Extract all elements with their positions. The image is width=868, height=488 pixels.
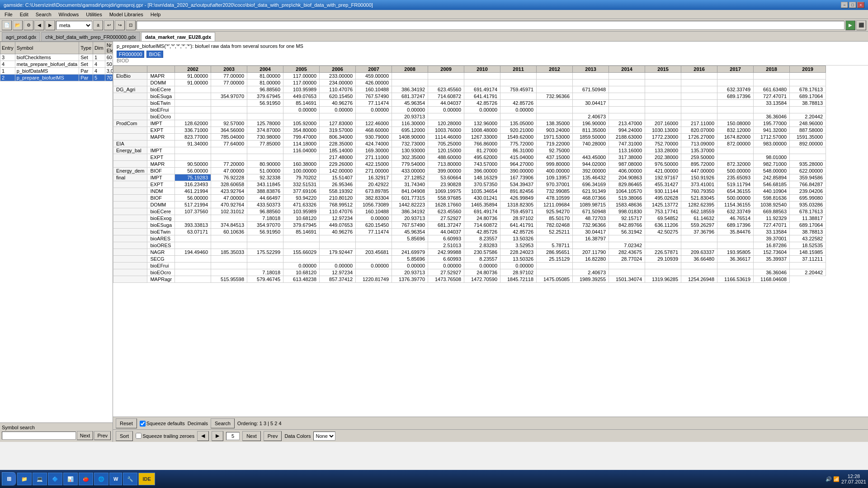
toolbar-combo[interactable]: meta bbox=[56, 21, 92, 30]
page-prev-icon[interactable]: ◀ bbox=[197, 431, 209, 441]
cell-value bbox=[500, 73, 537, 80]
toolbar-run[interactable]: ▶ bbox=[845, 20, 855, 30]
cell-group: ProdCom bbox=[113, 120, 147, 127]
cell-value: 135.37000 bbox=[681, 147, 717, 154]
cell-value: 519.11794 bbox=[717, 181, 754, 188]
toolbar-forward[interactable]: ▶ bbox=[45, 20, 55, 30]
cell-value: 242.99988 bbox=[428, 249, 464, 256]
symbol-next-button[interactable]: Next bbox=[77, 431, 94, 440]
cell-value: 841.04908 bbox=[392, 188, 428, 195]
menu-windows[interactable]: Windows bbox=[55, 11, 83, 18]
menu-search[interactable]: Search bbox=[32, 11, 55, 18]
cell-subgroup: bioETwin bbox=[147, 100, 175, 107]
tab-agri-prod[interactable]: agri_prod.gdx bbox=[2, 32, 40, 41]
cell-value: 1971.53000 bbox=[537, 134, 573, 141]
toolbar-open[interactable]: 📂 bbox=[13, 20, 23, 30]
cell-value bbox=[211, 154, 247, 161]
cell-value: 500.00000 bbox=[717, 168, 754, 174]
menu-help[interactable]: Help bbox=[147, 11, 165, 18]
cell-value bbox=[790, 73, 826, 80]
cell-value: 982.71000 bbox=[754, 161, 790, 168]
cell-value: 179.92447 bbox=[320, 249, 356, 256]
gdx-header: p_prepare_biofuelMS('*','*','*','*','*')… bbox=[113, 42, 868, 66]
tag-bioe[interactable]: BIOE bbox=[146, 51, 163, 58]
cell-value: 1211.09684 bbox=[537, 202, 573, 208]
tab-chk-biof[interactable]: chk_biof_data_with_prep_FR000000.gdx bbox=[41, 32, 140, 41]
toolbar-settings[interactable]: ⚙ bbox=[24, 20, 33, 30]
squeeze-defaults-label: Squeeze defaults bbox=[146, 421, 185, 426]
col-2003: 2003 bbox=[211, 66, 247, 73]
page-next-icon[interactable]: ▶ bbox=[212, 431, 223, 441]
cell-value: 96.88560 bbox=[247, 86, 283, 93]
cell-value: 1989.39255 bbox=[573, 276, 609, 283]
cell-value: 759.45971 bbox=[500, 208, 537, 215]
next-button[interactable]: Next bbox=[242, 431, 261, 441]
data-colors-combo[interactable]: None bbox=[313, 432, 335, 441]
menu-edit[interactable]: Edit bbox=[16, 11, 32, 18]
col-2008: 2008 bbox=[392, 66, 428, 73]
menu-utilities[interactable]: Utilities bbox=[82, 11, 105, 18]
cell-value: 388.83876 bbox=[247, 188, 283, 195]
squeeze-zeroes-check[interactable]: Squeeze trailing zeroes bbox=[136, 433, 194, 439]
cell-value: 440.10904 bbox=[754, 188, 790, 195]
cell-value: 26.95346 bbox=[320, 181, 356, 188]
cell-value: 56.00000 bbox=[175, 168, 211, 174]
menu-file[interactable]: File bbox=[1, 11, 16, 18]
reset-button[interactable]: Reset bbox=[116, 418, 137, 428]
cell-subgroup: EXPT bbox=[147, 127, 175, 134]
close-button[interactable]: × bbox=[857, 2, 864, 8]
cell-value: 1166.53619 bbox=[717, 276, 754, 283]
prev-button[interactable]: Prev bbox=[264, 431, 282, 441]
list-item[interactable]: 3 biofCheckItems Set 1 60 bbox=[0, 54, 113, 61]
list-item[interactable]: 2 p_prepare_biofuelMS Par 5 707 bbox=[0, 75, 113, 81]
cell-value: 1064.10570 bbox=[609, 188, 645, 195]
data-table-container[interactable]: 2002 2003 2004 2005 2006 2007 2008 2009 … bbox=[113, 66, 868, 417]
cell-value: 77.20000 bbox=[211, 161, 247, 168]
cell-subgroup: MAPR bbox=[147, 161, 175, 168]
cell-value: 81.00000 bbox=[247, 80, 283, 86]
squeeze-defaults-check[interactable]: Squeeze defaults bbox=[140, 421, 185, 427]
cell-value: 689.17064 bbox=[790, 222, 826, 229]
cell-value: 0.00000 bbox=[283, 107, 320, 113]
cell-value: 196.90000 bbox=[573, 120, 609, 127]
cell-value: 1674.82000 bbox=[717, 134, 754, 141]
toolbar-stop[interactable]: ⬛ bbox=[856, 20, 866, 30]
toolbar-action3[interactable]: ↪ bbox=[115, 20, 125, 30]
tag-biod[interactable]: BIOD bbox=[117, 58, 129, 63]
cell-value: 732.96366 bbox=[573, 222, 609, 229]
cell-value: 422.15000 bbox=[356, 161, 392, 168]
cell-value: 230.57586 bbox=[464, 249, 500, 256]
minimize-button[interactable]: − bbox=[841, 2, 848, 8]
page-input[interactable] bbox=[226, 432, 240, 440]
toolbar-action1[interactable]: a bbox=[93, 20, 103, 30]
sort-button[interactable]: Sort bbox=[116, 431, 133, 441]
squeeze-zeroes-checkbox[interactable] bbox=[136, 433, 142, 439]
cell-value: 109.13957 bbox=[537, 174, 573, 181]
toolbar-action2[interactable]: ↩ bbox=[104, 20, 114, 30]
cell-value: 370.57350 bbox=[464, 181, 500, 188]
tag-fr000000[interactable]: FR000000 bbox=[117, 51, 144, 58]
cell-value bbox=[500, 93, 537, 100]
menu-model-libraries[interactable]: Model Libraries bbox=[106, 11, 147, 18]
symbol-search-input[interactable] bbox=[2, 432, 76, 440]
cell-value: 85.50170 bbox=[537, 215, 573, 222]
search-button[interactable]: Search bbox=[211, 418, 235, 428]
list-item[interactable]: 1 p_biofDataMS Par 4 3,018 bbox=[0, 68, 113, 75]
cell-subgroup: bioEFrui bbox=[147, 107, 175, 113]
cell-value: 7.18018 bbox=[247, 215, 283, 222]
toolbar-back[interactable]: ◀ bbox=[34, 20, 44, 30]
toolbar-action4[interactable]: ⊡ bbox=[126, 20, 136, 30]
tab-data-market[interactable]: data_market_raw_EU28.gdx bbox=[141, 32, 215, 41]
list-item[interactable]: 4 meta_prepare_biofuel_data Set 4 50 bbox=[0, 61, 113, 68]
cell-subgroup: NAGR bbox=[147, 249, 175, 256]
symbol-prev-button[interactable]: Prev bbox=[94, 431, 111, 440]
cell-value: 2188.63000 bbox=[609, 134, 645, 141]
toolbar-new[interactable]: 📄 bbox=[2, 20, 12, 30]
cell-value: 354.80000 bbox=[283, 127, 320, 134]
cell-value: 1267.33000 bbox=[464, 134, 500, 141]
maximize-button[interactable]: □ bbox=[849, 2, 856, 8]
cell-value: 107.37560 bbox=[175, 208, 211, 215]
toolbar-path-input[interactable] bbox=[137, 21, 844, 30]
squeeze-defaults-checkbox[interactable] bbox=[140, 421, 146, 427]
cell-value bbox=[247, 242, 283, 249]
